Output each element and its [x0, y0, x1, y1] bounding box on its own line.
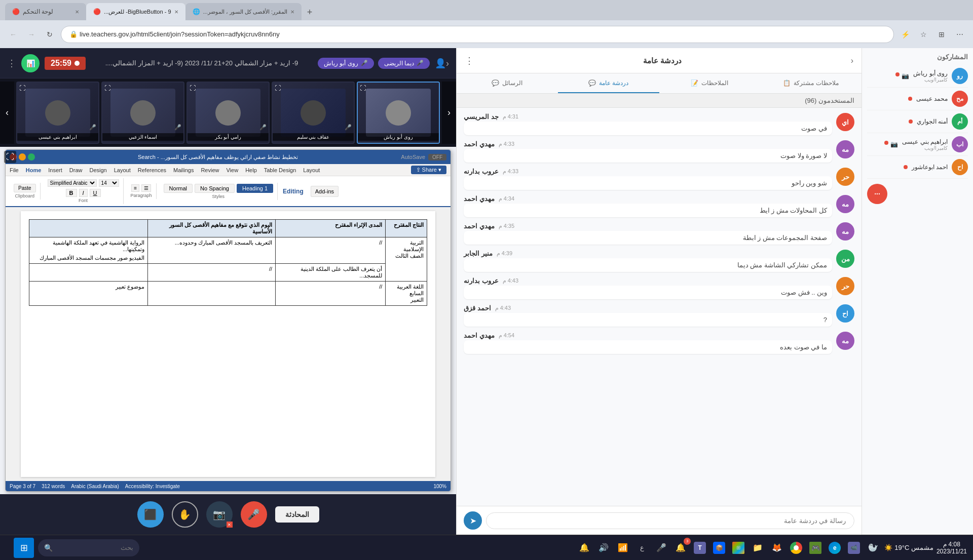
underline-btn[interactable]: U: [90, 189, 101, 197]
autosave-toggle[interactable]: OFF: [428, 154, 446, 161]
tab-control-panel[interactable]: 🔴 لوحة التحكم ✕: [5, 3, 86, 20]
nav-forward-btn[interactable]: →: [24, 27, 39, 42]
explorer-taskbar-icon[interactable]: 📁: [750, 540, 766, 556]
settings-btn[interactable]: ⋯: [953, 27, 967, 42]
word-max-btn[interactable]: [28, 153, 35, 161]
section-messages[interactable]: 💬 الرسائل: [457, 73, 558, 93]
chat-send-btn[interactable]: ➤: [464, 511, 482, 530]
new-tab-button[interactable]: +: [302, 4, 318, 20]
expand-icon-4[interactable]: ⛶: [275, 85, 281, 92]
font-size-select[interactable]: 14: [99, 179, 119, 187]
addins-btn[interactable]: Add-ins: [311, 186, 339, 197]
address-bar[interactable]: 🔒 live.teachers.gov.jo/html5client/join?…: [61, 26, 894, 43]
italic-btn[interactable]: I: [79, 189, 88, 197]
chat-message-input[interactable]: [486, 512, 854, 529]
menu-file[interactable]: File: [10, 167, 19, 173]
expand-icon-2[interactable]: ⛶: [104, 85, 110, 92]
network-icon[interactable]: 📶: [615, 540, 631, 556]
windows-store-taskbar-icon[interactable]: ⊞: [730, 540, 746, 556]
tab-close-course[interactable]: ✕: [290, 9, 294, 15]
section-shared-notes[interactable]: 📋 ملاحظات مشتركة: [760, 73, 862, 93]
menu-layout[interactable]: Layout: [114, 167, 131, 173]
font-family-select[interactable]: Simplified Arabic: [48, 179, 97, 187]
msg-sender-7: عروب بدارنه: [464, 277, 499, 285]
sidebar-btn[interactable]: ⊞: [934, 27, 949, 42]
arabic-lang-icon[interactable]: ع: [634, 540, 650, 556]
users-icon[interactable]: 👤›: [435, 58, 449, 69]
tab-close-bbb[interactable]: ✕: [174, 9, 178, 15]
screen-share-btn[interactable]: ⬛: [137, 501, 164, 528]
paste-btn[interactable]: Paste: [14, 184, 36, 192]
nav-refresh-btn[interactable]: ↻: [43, 27, 57, 42]
fullscreen-btn[interactable]: ⛶: [4, 151, 16, 163]
hand-raise-btn[interactable]: ✋: [172, 501, 198, 528]
taskbar: ⊞ 🔍 🔔 🔊 📶 ع 🎤 🔔 3 T 📦 ⊞ 📁 🦊: [0, 535, 973, 560]
firefox-taskbar-icon[interactable]: 🦊: [769, 540, 785, 556]
tab-bbb[interactable]: 🔴 BigBlueButton - 9- للعرض... ✕: [86, 3, 185, 20]
extensions-btn[interactable]: ⚡: [898, 27, 912, 42]
menu-draw[interactable]: Draw: [69, 167, 83, 173]
menu-help[interactable]: Help: [245, 167, 257, 173]
favorites-btn[interactable]: ☆: [916, 27, 930, 42]
dropbox-taskbar-icon[interactable]: 📦: [711, 540, 727, 556]
expand-icon-5[interactable]: ⛶: [360, 85, 366, 92]
video-thumb-4[interactable]: ⛶ عفاف بني سليم 🎤: [272, 82, 355, 144]
tab-close-btn[interactable]: ✕: [75, 9, 79, 15]
notifications-btn[interactable]: ···: [867, 184, 887, 204]
bbb-menu-btn[interactable]: ⋮: [7, 58, 16, 69]
menu-design[interactable]: Design: [89, 167, 106, 173]
menu-insert[interactable]: Insert: [48, 167, 62, 173]
tab-course[interactable]: 🌐 المقرر: الأقصى كل السور ، الموضر... ✕: [185, 3, 302, 20]
menu-review[interactable]: Review: [201, 167, 219, 173]
start-button[interactable]: ⊞: [14, 538, 34, 558]
participant-icons-1: 📷: [895, 72, 909, 79]
align-btn[interactable]: ≡: [131, 184, 139, 192]
seal-taskbar-icon[interactable]: 🦭: [865, 540, 881, 556]
edge-taskbar-icon[interactable]: e: [827, 540, 843, 556]
bold-btn[interactable]: B: [66, 189, 77, 197]
menu-view[interactable]: View: [226, 167, 238, 173]
styles-btns: Normal No Spacing Heading 1: [164, 184, 273, 193]
menu-mailings[interactable]: Mailings: [173, 167, 194, 173]
strip-next-btn[interactable]: ›: [442, 82, 456, 144]
video-thumb-3[interactable]: ⛶ رامي أبو بكر 🎤: [186, 82, 270, 144]
section-notes[interactable]: 📝 الملاحظات: [659, 73, 761, 93]
expand-icon-1[interactable]: ⛶: [19, 85, 25, 92]
list-btn[interactable]: ☰: [141, 184, 151, 192]
menu-tablelayout[interactable]: Layout: [303, 167, 320, 173]
chat-expand-btn[interactable]: ›: [851, 56, 853, 65]
menu-home[interactable]: Home: [26, 167, 42, 173]
strip-prev-btn[interactable]: ‹: [0, 82, 14, 144]
taskbar-search-input[interactable]: [56, 544, 133, 551]
heading1-style-btn[interactable]: Heading 1: [237, 184, 273, 193]
participant-icons-5: [904, 165, 908, 169]
notifications-taskbar-icon[interactable]: 🔔 3: [672, 540, 689, 556]
chat-toggle-btn[interactable]: المحادثة: [275, 506, 319, 523]
editing-label[interactable]: Editing: [283, 188, 304, 195]
word-min-btn[interactable]: [19, 153, 26, 161]
expand-icon-3[interactable]: ⛶: [190, 85, 196, 92]
nospacing-style-btn[interactable]: No Spacing: [195, 184, 235, 193]
mic-taskbar-icon[interactable]: 🎤: [653, 540, 669, 556]
share-btn[interactable]: ⇪ Share ▾: [411, 166, 446, 174]
chrome-taskbar-icon[interactable]: [788, 540, 804, 556]
video-thumb-1[interactable]: ⛶ ابراهيم بني عيسى 🎤: [16, 82, 99, 144]
chat-menu-btn[interactable]: ⋮: [465, 55, 474, 66]
menu-references[interactable]: References: [138, 167, 166, 173]
video-thumb-2[interactable]: ⛶ اسماء الزعبي 🎤: [101, 82, 184, 144]
camera-btn[interactable]: 📷 ✕: [206, 501, 233, 528]
mic-btn[interactable]: 🎤: [241, 501, 267, 528]
volume-icon[interactable]: 🔊: [595, 540, 612, 556]
teams-taskbar-icon[interactable]: T: [692, 540, 708, 556]
minecraft-taskbar-icon[interactable]: 🎮: [807, 540, 824, 556]
nav-back-btn[interactable]: ←: [6, 27, 20, 42]
normal-style-btn[interactable]: Normal: [164, 184, 193, 193]
word-menubar: File Home Insert Draw Design Layout Refe…: [6, 164, 451, 176]
menu-tabledesign[interactable]: Table Design: [264, 167, 296, 173]
video-thumb-5[interactable]: ⛶ روى أبو رياش: [357, 82, 440, 144]
table-header-2: المدى الإثراء المقترح: [276, 220, 386, 237]
bell-icon[interactable]: 🔔: [576, 540, 592, 556]
taskbar-search-bar[interactable]: 🔍: [38, 539, 139, 556]
section-public-chat[interactable]: 💬 دردشة عامة: [558, 73, 659, 93]
teams2-taskbar-icon[interactable]: 📹: [846, 540, 862, 556]
